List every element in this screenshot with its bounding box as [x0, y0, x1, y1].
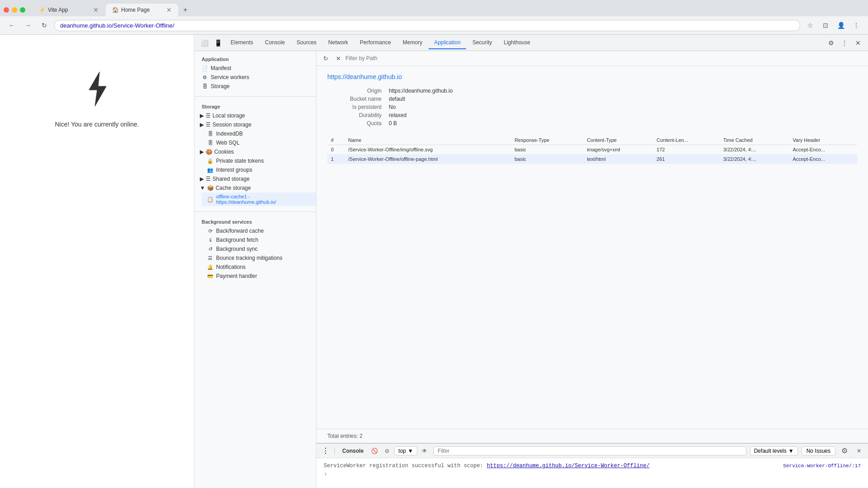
console-issues-btn[interactable]: No Issues [802, 446, 835, 455]
col-num[interactable]: # [327, 136, 344, 145]
sidebar-item-private-state[interactable]: 🔒 Private state tokens [194, 156, 316, 165]
shared-storage-label: Shared storage [212, 176, 250, 182]
group-session-storage: ▶ ☰ Session storage [194, 120, 316, 129]
devtools-device-btn[interactable]: 📱 [212, 37, 224, 49]
tab-home-close[interactable]: ✕ [166, 6, 172, 14]
cache-storage-header[interactable]: ▼ 📦 Cache storage [194, 183, 316, 192]
devtools-inspect-btn[interactable]: ⬜ [198, 37, 211, 49]
clear-filter-button[interactable]: ✕ [333, 53, 344, 64]
console-log-link[interactable]: https://deanhume.github.io/Service-Worke… [487, 462, 650, 470]
profile-button[interactable]: 👤 [835, 19, 847, 32]
table-row[interactable]: 0 /Service-Worker-Offline/img/offline.sv… [327, 145, 857, 155]
maximize-button[interactable] [20, 7, 25, 13]
cell-vary-header-0: Accept-Enco... [789, 145, 857, 155]
sidebar-item-payment-handler[interactable]: 💳 Payment handler [194, 272, 316, 281]
devtools-close-btn[interactable]: ✕ [852, 37, 864, 49]
address-bar[interactable]: deanhume.github.io/Service-Worker-Offlin… [54, 20, 800, 31]
console-log-text: ServiceWorker registration successful wi… [324, 462, 483, 470]
console-filter-input[interactable] [434, 446, 746, 455]
local-storage-header[interactable]: ▶ ☰ Local storage [194, 111, 316, 120]
dots-menu[interactable]: ⋮ [320, 446, 331, 455]
console-log-source[interactable]: Service-Worker-Offline/:17 [783, 462, 861, 470]
sidebar-item-offline-cache[interactable]: 📋 offline-cache1 - https://deanhume.gith… [202, 192, 316, 206]
sidebar-item-websql[interactable]: 🗄 Web SQL [194, 138, 316, 147]
tab-sources[interactable]: Sources [291, 37, 322, 49]
sidebar-item-manifest[interactable]: 📄 Manifest [194, 64, 316, 73]
console-close-btn[interactable]: ✕ [854, 446, 864, 456]
devtools-more-btn[interactable]: ⋮ [838, 37, 851, 49]
private-state-icon: 🔒 [207, 158, 213, 164]
cache-storage-icon: 📦 [207, 185, 214, 191]
console-settings-btn[interactable]: ⚙ [839, 446, 850, 456]
sidebar-item-bounce-tracking[interactable]: ☰ Bounce tracking mitigations [194, 253, 316, 263]
filter-input[interactable] [345, 55, 864, 61]
console-tab-label[interactable]: Console [339, 448, 367, 454]
bounce-tracking-icon: ☰ [207, 255, 213, 261]
tab-vite-app[interactable]: ⚡ Vite App ✕ [33, 4, 105, 16]
console-prompt[interactable]: › [324, 470, 861, 478]
sidebar-item-storage-main[interactable]: 🗄 Storage [194, 82, 316, 91]
sidebar-item-indexeddb[interactable]: 🗄 IndexedDB [194, 129, 316, 138]
tab-performance[interactable]: Performance [354, 37, 396, 49]
forward-button[interactable]: → [22, 19, 34, 32]
payment-handler-label: Payment handler [216, 273, 257, 279]
table-row[interactable]: 1 /Service-Worker-Offline/offline-page.h… [327, 155, 857, 164]
bookmark-button[interactable]: ☆ [804, 19, 816, 32]
col-name[interactable]: Name [344, 136, 511, 145]
cookies-chevron: ▶ [200, 149, 204, 155]
tab-console[interactable]: Console [259, 37, 290, 49]
col-time-cached[interactable]: Time Cached [720, 136, 789, 145]
devtools-settings-btn[interactable]: ⚙ [825, 37, 837, 49]
cell-content-len-0: 172 [653, 145, 719, 155]
tab-lighthouse[interactable]: Lighthouse [498, 37, 536, 49]
sidebar-item-service-workers[interactable]: ⚙ Service workers [194, 73, 316, 82]
col-vary-header[interactable]: Vary Header [789, 136, 857, 145]
sidebar-item-bg-fetch[interactable]: ⇓ Background fetch [194, 235, 316, 244]
tab-elements[interactable]: Elements [225, 37, 259, 49]
refresh-button[interactable]: ↻ [320, 53, 331, 64]
total-entries: Total entries: 2 [316, 429, 868, 443]
extensions-button[interactable]: ⊡ [819, 19, 832, 32]
tab-security[interactable]: Security [467, 37, 497, 49]
tab-home-page[interactable]: 🏠 Home Page ✕ [106, 4, 178, 16]
session-storage-header[interactable]: ▶ ☰ Session storage [194, 120, 316, 129]
close-button[interactable] [4, 7, 9, 13]
col-response-type[interactable]: Response-Type [511, 136, 583, 145]
top-chevron: ▼ [408, 448, 413, 454]
bg-fetch-icon: ⇓ [207, 237, 213, 243]
console-pause-btn[interactable]: ⊘ [382, 446, 392, 456]
info-table: Origin https://deanhume.github.io Bucket… [327, 88, 857, 127]
col-content-len[interactable]: Content-Len... [653, 136, 719, 145]
console-clear-btn[interactable]: 🚫 [369, 446, 380, 456]
cookies-header[interactable]: ▶ 🍪 Cookies [194, 147, 316, 156]
session-storage-chevron: ▶ [200, 122, 204, 128]
new-tab-button[interactable]: + [179, 4, 192, 16]
local-storage-icon: ☰ [206, 113, 211, 119]
sidebar-item-bg-sync[interactable]: ↺ Background sync [194, 244, 316, 253]
back-button[interactable]: ← [5, 19, 18, 32]
minimize-button[interactable] [12, 7, 17, 13]
tab-network[interactable]: Network [323, 37, 354, 49]
tab-application[interactable]: Application [429, 37, 466, 49]
durability-label: Durability [327, 112, 382, 118]
tab-memory[interactable]: Memory [397, 37, 428, 49]
sidebar-item-interest-groups[interactable]: 👥 Interest groups [194, 165, 316, 174]
reload-button[interactable]: ↻ [38, 19, 51, 32]
backforward-label: Back/forward cache [216, 228, 264, 234]
group-shared-storage: ▶ ☰ Shared storage [194, 174, 316, 183]
websql-icon: 🗄 [207, 140, 213, 146]
console-top-select[interactable]: top ▼ [394, 446, 417, 455]
page-content: Nice! You are currently online. [0, 35, 194, 488]
col-content-type[interactable]: Content-Type [583, 136, 653, 145]
tab-home-label: Home Page [121, 7, 150, 13]
console-area: ⋮ Console 🚫 ⊘ top ▼ 👁 Defa [316, 443, 868, 488]
menu-button[interactable]: ⋮ [850, 19, 863, 32]
console-eye-btn[interactable]: 👁 [419, 446, 430, 456]
shared-storage-header[interactable]: ▶ ☰ Shared storage [194, 174, 316, 183]
console-levels-btn[interactable]: Default levels ▼ [750, 446, 798, 455]
sidebar-item-notifications[interactable]: 🔔 Notifications [194, 263, 316, 272]
sidebar-item-backforward[interactable]: ⟳ Back/forward cache [194, 226, 316, 235]
tab-vite-close[interactable]: ✕ [93, 6, 99, 14]
cell-content-type-0: image/svg+xml [583, 145, 653, 155]
levels-label: Default levels [754, 448, 787, 454]
